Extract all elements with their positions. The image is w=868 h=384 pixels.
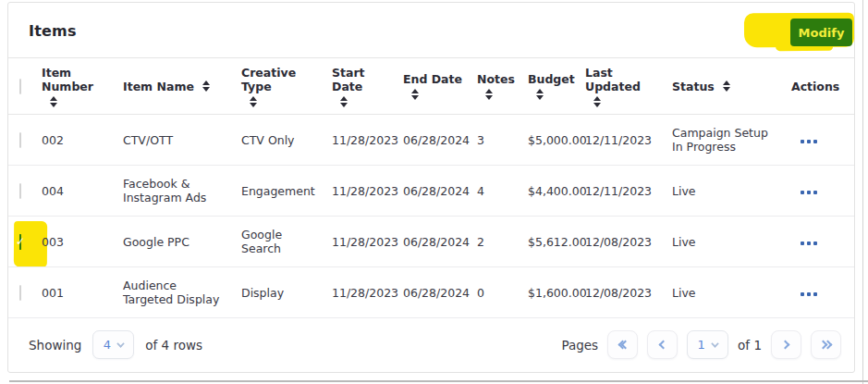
page-number-select[interactable]: 1 bbox=[687, 330, 728, 359]
cell-last-updated: 12/11/2023 bbox=[585, 184, 672, 198]
pages-total-label: of 1 bbox=[738, 338, 762, 353]
screen-edge-bottom-line bbox=[9, 380, 868, 382]
column-label: Status bbox=[672, 80, 715, 93]
column-header-budget[interactable]: Budget bbox=[528, 72, 585, 100]
cell-notes: 2 bbox=[477, 235, 528, 249]
column-label: Last Updated bbox=[585, 66, 659, 93]
row-actions-ellipsis-icon[interactable] bbox=[799, 289, 819, 300]
column-label: Start Date bbox=[332, 66, 390, 93]
screen: Items Modify Item Number Item Name Creat… bbox=[0, 0, 868, 384]
row-checkbox[interactable] bbox=[19, 132, 21, 148]
column-header-creative-type[interactable]: Creative Type bbox=[241, 66, 332, 107]
cell-status: Campaign Setup In Progress bbox=[672, 126, 791, 154]
cell-end-date: 06/28/2024 bbox=[403, 235, 477, 249]
column-header-item-number[interactable]: Item Number bbox=[42, 66, 123, 107]
column-header-last-updated[interactable]: Last Updated bbox=[585, 66, 672, 107]
cell-item-name: Google PPC bbox=[123, 235, 241, 249]
double-chevron-left-icon bbox=[617, 341, 629, 348]
column-label: Item Name bbox=[123, 80, 194, 93]
sort-arrows-icon[interactable] bbox=[250, 96, 257, 107]
select-all-checkbox[interactable] bbox=[19, 79, 21, 94]
panel-header: Items Modify bbox=[8, 3, 854, 58]
cell-end-date: 06/28/2024 bbox=[403, 286, 477, 300]
sort-arrows-icon[interactable] bbox=[593, 96, 601, 107]
column-label: End Date bbox=[403, 72, 462, 86]
cell-budget: $5,612.00 bbox=[528, 235, 585, 249]
column-header-notes[interactable]: Notes bbox=[477, 72, 528, 100]
rows-per-page-value: 4 bbox=[104, 338, 111, 352]
sort-arrows-icon[interactable] bbox=[536, 89, 544, 100]
previous-page-button[interactable] bbox=[647, 330, 678, 359]
sort-arrows-icon[interactable] bbox=[411, 89, 419, 100]
first-page-button[interactable] bbox=[607, 330, 638, 359]
column-label: Item Number bbox=[42, 66, 110, 93]
cell-status: Live bbox=[672, 184, 791, 198]
cell-end-date: 06/28/2024 bbox=[403, 133, 477, 147]
sort-arrows-icon[interactable] bbox=[50, 96, 57, 107]
table-row: 004 Facebook & Instagram Ads Engagement … bbox=[8, 166, 854, 217]
cell-item-name: CTV/OTT bbox=[123, 133, 241, 147]
row-checkbox[interactable] bbox=[19, 183, 21, 199]
table-header-row: Item Number Item Name Creative Type Star… bbox=[8, 58, 854, 115]
cell-budget: $1,600.00 bbox=[528, 286, 585, 300]
cell-item-number: 001 bbox=[42, 286, 123, 300]
cell-item-name: Audience Targeted Display bbox=[123, 279, 241, 306]
cell-end-date: 06/28/2024 bbox=[403, 184, 477, 198]
items-panel: Items Modify Item Number Item Name Creat… bbox=[7, 2, 855, 373]
sort-arrows-icon[interactable] bbox=[340, 96, 348, 107]
cell-last-updated: 12/08/2023 bbox=[585, 286, 672, 300]
column-label: Notes bbox=[477, 72, 515, 86]
cell-start-date: 11/28/2023 bbox=[332, 133, 403, 147]
column-label: Budget bbox=[528, 72, 575, 86]
cell-budget: $5,000.00 bbox=[528, 133, 585, 147]
table-row-selected: 003 Google PPC Google Search 11/28/2023 … bbox=[8, 217, 854, 267]
sort-arrows-icon[interactable] bbox=[723, 81, 730, 92]
double-chevron-right-icon bbox=[820, 341, 833, 348]
cell-creative-type: CTV Only bbox=[241, 133, 332, 147]
row-actions-ellipsis-icon[interactable] bbox=[799, 238, 819, 249]
sort-arrows-icon[interactable] bbox=[202, 81, 210, 92]
column-header-status[interactable]: Status bbox=[672, 80, 791, 93]
chevron-left-icon bbox=[659, 341, 668, 350]
column-label: Actions bbox=[791, 80, 839, 93]
cell-notes: 0 bbox=[477, 286, 528, 300]
cell-item-number: 003 bbox=[42, 235, 123, 249]
chevron-right-icon bbox=[781, 341, 790, 350]
column-header-item-name[interactable]: Item Name bbox=[123, 80, 241, 93]
cell-item-number: 004 bbox=[42, 184, 123, 198]
row-actions-ellipsis-icon[interactable] bbox=[799, 187, 819, 198]
modify-button[interactable]: Modify bbox=[790, 19, 852, 46]
page-number-value: 1 bbox=[697, 338, 704, 352]
cell-creative-type: Engagement bbox=[241, 184, 332, 198]
screen-edge-right-line bbox=[862, 0, 863, 384]
column-label: Creative Type bbox=[241, 66, 319, 93]
cell-creative-type: Google Search bbox=[241, 228, 332, 255]
sort-arrows-icon[interactable] bbox=[485, 89, 493, 100]
cell-notes: 4 bbox=[477, 184, 528, 198]
cell-item-number: 002 bbox=[42, 133, 123, 147]
cell-start-date: 11/28/2023 bbox=[332, 286, 403, 300]
cell-start-date: 11/28/2023 bbox=[332, 184, 403, 198]
table-footer: Showing 4 of 4 rows Pages bbox=[8, 318, 854, 371]
rows-per-page-select[interactable]: 4 bbox=[92, 330, 134, 359]
last-page-button[interactable] bbox=[811, 330, 841, 359]
column-header-actions: Actions bbox=[791, 80, 852, 93]
next-page-button[interactable] bbox=[771, 330, 801, 359]
cell-notes: 3 bbox=[477, 133, 528, 147]
panel-title: Items bbox=[29, 21, 77, 39]
table-row: 002 CTV/OTT CTV Only 11/28/2023 06/28/20… bbox=[8, 115, 854, 166]
column-header-start-date[interactable]: Start Date bbox=[332, 66, 403, 107]
row-actions-ellipsis-icon[interactable] bbox=[799, 136, 819, 147]
cell-status: Live bbox=[672, 235, 791, 249]
chevron-down-icon bbox=[711, 340, 718, 347]
row-checkbox[interactable] bbox=[19, 234, 21, 250]
cell-last-updated: 12/11/2023 bbox=[585, 133, 672, 147]
column-header-end-date[interactable]: End Date bbox=[403, 72, 477, 100]
cell-budget: $4,400.00 bbox=[528, 184, 585, 198]
cell-item-name: Facebook & Instagram Ads bbox=[123, 177, 241, 204]
items-table: Item Number Item Name Creative Type Star… bbox=[8, 58, 854, 371]
cell-start-date: 11/28/2023 bbox=[332, 235, 403, 249]
showing-label: Showing bbox=[29, 338, 81, 353]
table-row: 001 Audience Targeted Display Display 11… bbox=[8, 267, 854, 318]
row-checkbox[interactable] bbox=[19, 285, 21, 301]
